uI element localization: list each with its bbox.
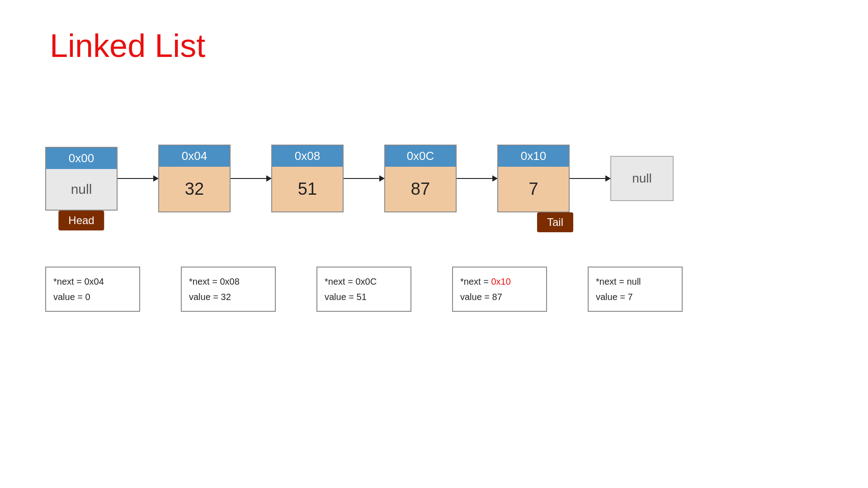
node-wrapper-1: 0x04 32 xyxy=(158,145,231,212)
info-box-0: *next = 0x04 value = 0 xyxy=(45,267,140,312)
arrow-2-3 xyxy=(344,178,384,179)
info-next-3: *next = 0x10 xyxy=(460,274,539,289)
arrow-1-2 xyxy=(231,178,271,179)
arrow-line-3-4 xyxy=(457,178,497,179)
node-1: 0x04 32 xyxy=(158,145,231,212)
head-label: Head xyxy=(58,211,104,230)
node-4: 0x10 7 Tail xyxy=(497,145,570,212)
node-value-3: 87 xyxy=(385,167,456,211)
node-addr-2: 0x08 xyxy=(272,145,343,167)
arrow-line-2-3 xyxy=(344,178,384,179)
node-3: 0x0C 87 xyxy=(384,145,457,212)
arrow-3-4 xyxy=(457,178,497,179)
node-addr-3: 0x0C xyxy=(385,145,456,167)
info-next-4: *next = null xyxy=(596,274,675,289)
info-value-0: value = 0 xyxy=(53,289,132,305)
tail-label: Tail xyxy=(537,212,573,232)
node-0: 0x00 null Head xyxy=(45,147,118,211)
info-box-1: *next = 0x08 value = 32 xyxy=(181,267,276,312)
node-value-0: null xyxy=(46,169,117,210)
node-wrapper-3: 0x0C 87 xyxy=(384,145,457,212)
info-next-2: *next = 0x0C xyxy=(325,274,403,289)
info-next-0: *next = 0x04 xyxy=(53,274,132,289)
info-next-1: *next = 0x08 xyxy=(189,274,268,289)
node-wrapper-2: 0x08 51 xyxy=(271,145,344,212)
arrow-0-1 xyxy=(118,178,158,179)
info-next-3-red: 0x10 xyxy=(491,277,510,286)
node-addr-0: 0x00 xyxy=(46,148,117,169)
arrow-line-0-1 xyxy=(118,178,158,179)
diagram-area: 0x00 null Head 0x04 32 0x08 51 xyxy=(45,145,823,312)
node-wrapper-0: 0x00 null Head xyxy=(45,147,118,211)
info-value-2: value = 51 xyxy=(325,289,403,305)
info-box-2: *next = 0x0C value = 51 xyxy=(316,267,411,312)
info-box-3: *next = 0x10 value = 87 xyxy=(452,267,547,312)
arrow-line-4-null xyxy=(570,178,610,179)
node-addr-1: 0x04 xyxy=(159,145,230,167)
null-node: null xyxy=(610,156,674,201)
info-value-3: value = 87 xyxy=(460,289,539,305)
arrow-line-1-2 xyxy=(231,178,271,179)
info-row: *next = 0x04 value = 0 *next = 0x08 valu… xyxy=(45,267,823,312)
nodes-row: 0x00 null Head 0x04 32 0x08 51 xyxy=(45,145,823,212)
arrow-4-null xyxy=(570,178,610,179)
node-wrapper-4: 0x10 7 Tail xyxy=(497,145,570,212)
node-value-4: 7 xyxy=(498,167,569,211)
node-addr-4: 0x10 xyxy=(498,145,569,167)
node-2: 0x08 51 xyxy=(271,145,344,212)
info-value-4: value = 7 xyxy=(596,289,675,305)
page-title: Linked List xyxy=(50,27,205,64)
node-value-2: 51 xyxy=(272,167,343,211)
node-value-1: 32 xyxy=(159,167,230,211)
info-value-1: value = 32 xyxy=(189,289,268,305)
info-box-4: *next = null value = 7 xyxy=(588,267,683,312)
